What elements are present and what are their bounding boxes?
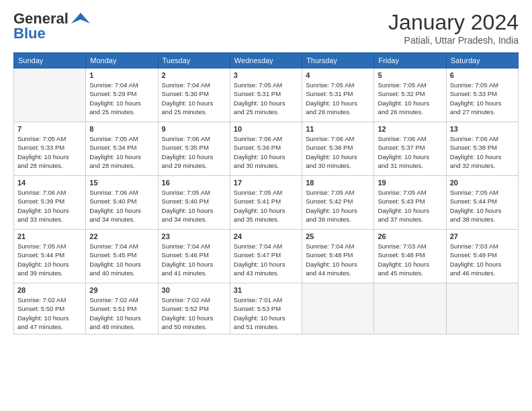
day-number: 10 [234,125,298,133]
day-info: Sunrise: 7:03 AMSunset: 5:48 PMDaylight:… [378,242,442,277]
day-number: 9 [162,125,226,133]
day-info: Sunrise: 7:02 AMSunset: 5:52 PMDaylight:… [162,295,226,331]
calendar-day-cell: 13Sunrise: 7:06 AMSunset: 5:38 PMDayligh… [446,122,518,176]
calendar-day-cell: 9Sunrise: 7:06 AMSunset: 5:35 PMDaylight… [158,122,230,176]
calendar-day-cell: 23Sunrise: 7:04 AMSunset: 5:46 PMDayligh… [158,230,230,283]
calendar-day-cell: 5Sunrise: 7:05 AMSunset: 5:32 PMDaylight… [374,68,446,122]
calendar-day-cell: 31Sunrise: 7:01 AMSunset: 5:53 PMDayligh… [230,283,302,334]
location: Patiali, Uttar Pradesh, India [388,35,519,46]
day-info: Sunrise: 7:05 AMSunset: 5:44 PMDaylight:… [450,188,515,224]
day-number: 4 [306,71,370,79]
day-number: 13 [450,125,515,133]
calendar-day-cell: 24Sunrise: 7:04 AMSunset: 5:47 PMDayligh… [230,230,302,283]
day-number: 26 [378,232,442,240]
calendar-day-cell [14,68,86,122]
day-number: 8 [89,125,154,133]
day-info: Sunrise: 7:06 AMSunset: 5:39 PMDaylight:… [17,188,82,224]
day-info: Sunrise: 7:06 AMSunset: 5:37 PMDaylight:… [378,134,442,170]
day-info: Sunrise: 7:05 AMSunset: 5:33 PMDaylight:… [17,134,82,170]
day-info: Sunrise: 7:05 AMSunset: 5:31 PMDaylight:… [306,81,370,116]
calendar-day-cell: 28Sunrise: 7:02 AMSunset: 5:50 PMDayligh… [14,283,86,334]
calendar-week-row: 7Sunrise: 7:05 AMSunset: 5:33 PMDaylight… [14,122,519,176]
day-number: 24 [234,232,298,240]
day-info: Sunrise: 7:06 AMSunset: 5:38 PMDaylight:… [450,134,515,170]
calendar-header-row: SundayMondayTuesdayWednesdayThursdayFrid… [14,53,519,68]
calendar-day-cell: 8Sunrise: 7:05 AMSunset: 5:34 PMDaylight… [86,122,158,176]
calendar-day-cell: 21Sunrise: 7:05 AMSunset: 5:44 PMDayligh… [14,230,86,283]
calendar-day-cell: 11Sunrise: 7:06 AMSunset: 5:36 PMDayligh… [302,122,374,176]
day-info: Sunrise: 7:05 AMSunset: 5:40 PMDaylight:… [162,188,226,224]
calendar-day-cell: 15Sunrise: 7:06 AMSunset: 5:40 PMDayligh… [86,176,158,230]
day-info: Sunrise: 7:05 AMSunset: 5:32 PMDaylight:… [378,81,442,116]
calendar-day-header: Wednesday [230,53,302,68]
calendar-day-cell [374,283,446,334]
day-info: Sunrise: 7:05 AMSunset: 5:42 PMDaylight:… [306,188,370,224]
calendar-day-cell [446,283,518,334]
day-number: 17 [234,179,298,187]
day-number: 1 [89,71,154,79]
calendar-day-cell: 20Sunrise: 7:05 AMSunset: 5:44 PMDayligh… [446,176,518,230]
day-info: Sunrise: 7:04 AMSunset: 5:30 PMDaylight:… [162,81,226,116]
calendar-day-cell: 17Sunrise: 7:05 AMSunset: 5:41 PMDayligh… [230,176,302,230]
header: General Blue January 2024 Patiali, Uttar… [13,10,519,46]
day-info: Sunrise: 7:05 AMSunset: 5:34 PMDaylight:… [89,134,154,170]
day-info: Sunrise: 7:02 AMSunset: 5:51 PMDaylight:… [89,295,154,331]
month-title: January 2024 [388,10,519,35]
calendar-day-cell: 22Sunrise: 7:04 AMSunset: 5:45 PMDayligh… [86,230,158,283]
calendar-day-cell: 30Sunrise: 7:02 AMSunset: 5:52 PMDayligh… [158,283,230,334]
day-info: Sunrise: 7:05 AMSunset: 5:44 PMDaylight:… [17,242,82,277]
logo-icon [70,11,91,26]
day-info: Sunrise: 7:05 AMSunset: 5:33 PMDaylight:… [450,81,515,116]
day-number: 3 [234,71,298,79]
calendar-day-cell: 1Sunrise: 7:04 AMSunset: 5:29 PMDaylight… [86,68,158,122]
day-number: 30 [162,286,226,294]
calendar-day-cell: 12Sunrise: 7:06 AMSunset: 5:37 PMDayligh… [374,122,446,176]
calendar-day-cell: 2Sunrise: 7:04 AMSunset: 5:30 PMDaylight… [158,68,230,122]
calendar-day-header: Monday [86,53,158,68]
calendar-day-header: Sunday [14,53,86,68]
calendar-day-cell: 7Sunrise: 7:05 AMSunset: 5:33 PMDaylight… [14,122,86,176]
day-info: Sunrise: 7:06 AMSunset: 5:40 PMDaylight:… [89,188,154,224]
day-number: 12 [378,125,442,133]
calendar-day-cell: 25Sunrise: 7:04 AMSunset: 5:48 PMDayligh… [302,230,374,283]
logo: General Blue [13,10,93,42]
calendar-week-row: 1Sunrise: 7:04 AMSunset: 5:29 PMDaylight… [14,68,519,122]
calendar-day-cell: 26Sunrise: 7:03 AMSunset: 5:48 PMDayligh… [374,230,446,283]
calendar-week-row: 28Sunrise: 7:02 AMSunset: 5:50 PMDayligh… [14,283,519,334]
day-number: 23 [162,232,226,240]
day-info: Sunrise: 7:06 AMSunset: 5:36 PMDaylight:… [234,134,298,170]
day-info: Sunrise: 7:04 AMSunset: 5:29 PMDaylight:… [89,81,154,116]
day-number: 31 [234,286,298,294]
calendar-day-cell: 18Sunrise: 7:05 AMSunset: 5:42 PMDayligh… [302,176,374,230]
calendar-day-cell: 27Sunrise: 7:03 AMSunset: 5:49 PMDayligh… [446,230,518,283]
day-number: 5 [378,71,442,79]
calendar-day-header: Saturday [446,53,518,68]
calendar-day-header: Friday [374,53,446,68]
calendar-day-cell: 4Sunrise: 7:05 AMSunset: 5:31 PMDaylight… [302,68,374,122]
day-info: Sunrise: 7:04 AMSunset: 5:47 PMDaylight:… [234,242,298,277]
calendar-table: SundayMondayTuesdayWednesdayThursdayFrid… [13,52,519,334]
calendar-day-cell: 19Sunrise: 7:05 AMSunset: 5:43 PMDayligh… [374,176,446,230]
day-number: 2 [162,71,226,79]
day-number: 7 [17,125,82,133]
day-number: 16 [162,179,226,187]
day-number: 29 [89,286,154,294]
calendar-week-row: 21Sunrise: 7:05 AMSunset: 5:44 PMDayligh… [14,230,519,283]
day-number: 19 [378,179,442,187]
calendar-day-cell [302,283,374,334]
day-info: Sunrise: 7:03 AMSunset: 5:49 PMDaylight:… [450,242,515,277]
page: General Blue January 2024 Patiali, Uttar… [0,0,532,411]
day-info: Sunrise: 7:04 AMSunset: 5:46 PMDaylight:… [162,242,226,277]
calendar-day-cell: 29Sunrise: 7:02 AMSunset: 5:51 PMDayligh… [86,283,158,334]
day-number: 11 [306,125,370,133]
calendar-week-row: 14Sunrise: 7:06 AMSunset: 5:39 PMDayligh… [14,176,519,230]
day-number: 22 [89,232,154,240]
day-number: 28 [17,286,82,294]
svg-marker-0 [71,13,90,24]
calendar-day-cell: 16Sunrise: 7:05 AMSunset: 5:40 PMDayligh… [158,176,230,230]
calendar-day-cell: 14Sunrise: 7:06 AMSunset: 5:39 PMDayligh… [14,176,86,230]
day-info: Sunrise: 7:04 AMSunset: 5:48 PMDaylight:… [306,242,370,277]
day-number: 25 [306,232,370,240]
day-info: Sunrise: 7:05 AMSunset: 5:31 PMDaylight:… [234,81,298,116]
calendar-day-cell: 10Sunrise: 7:06 AMSunset: 5:36 PMDayligh… [230,122,302,176]
